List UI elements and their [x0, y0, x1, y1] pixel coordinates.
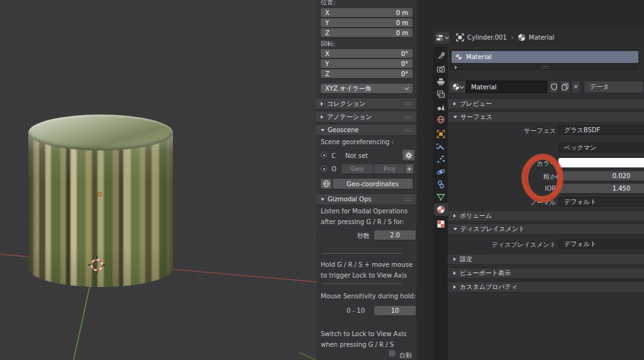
rotation-z-field[interactable]: Z 0° [321, 69, 413, 78]
axis-value: 0° [401, 50, 408, 57]
tool-icon [436, 51, 445, 60]
surface-shader-dropdown[interactable]: グラスBSDF [558, 125, 644, 135]
ior-value: 1.450 [613, 185, 631, 192]
axis-value: 0 m [396, 20, 408, 26]
crs-radio[interactable] [321, 152, 327, 158]
divider [322, 253, 402, 254]
panel-displacement[interactable]: ディスプレイスメント [448, 223, 644, 235]
section-label: Geoscene [328, 127, 358, 133]
panel-preview[interactable]: プレビュー [448, 98, 644, 110]
origin-radio[interactable] [321, 166, 327, 172]
axis-value: 0 m [396, 30, 408, 37]
panel-settings[interactable]: 設定 [448, 254, 644, 265]
location-x-field[interactable]: X 0 m [321, 8, 413, 17]
axis-label: X [325, 50, 330, 57]
section-collection[interactable]: コレクション [316, 98, 416, 110]
grip-icon[interactable] [404, 198, 412, 201]
grip-icon[interactable] [404, 102, 412, 106]
tab-render[interactable] [434, 63, 448, 76]
sensitivity-field[interactable]: 10 [374, 306, 416, 315]
panel-label: ビューポート表示 [460, 269, 511, 278]
proj-button[interactable]: Proj [374, 164, 405, 174]
seconds-label: 秒数 [322, 232, 370, 240]
expand-right-icon [321, 115, 323, 119]
georeferencing-label: Scene georeferencing : [321, 138, 394, 145]
normal-dropdown[interactable]: デフォルト [558, 197, 644, 206]
seconds-field[interactable]: 2.0 [374, 230, 416, 240]
tab-output[interactable] [434, 76, 448, 88]
geo-coordinates-button[interactable]: Geo-coordinates [333, 179, 413, 189]
panel-viewport-display[interactable]: ビューポート表示 [448, 267, 644, 279]
ior-slider[interactable]: 1.450 [558, 184, 644, 193]
tab-constraints[interactable] [434, 178, 448, 191]
globe-icon [323, 180, 330, 188]
fake-user-button[interactable] [548, 81, 559, 93]
rotation-mode-dropdown[interactable]: XYZ オイラー角 [321, 84, 413, 93]
panel-volume[interactable]: ボリューム [448, 210, 644, 222]
location-z-field[interactable]: Z 0 m [321, 28, 413, 37]
material-checker-sphere-icon [436, 205, 445, 214]
cylinder-top-face[interactable] [28, 115, 173, 150]
crs-settings-button[interactable] [402, 150, 414, 160]
printer-icon [436, 77, 445, 86]
data-popover-button[interactable]: データ [584, 81, 644, 93]
grip-icon[interactable] [404, 115, 412, 119]
switch-line-1: Switch to Lock to View Axis [321, 330, 406, 337]
axis-label: Y [325, 20, 329, 26]
distribution-dropdown[interactable]: ベックマン [558, 143, 644, 152]
add-crs-button[interactable]: + [406, 164, 413, 174]
rotation-mode-value: XYZ オイラー角 [325, 84, 372, 93]
grip-icon[interactable] [541, 65, 549, 69]
expand-right-icon[interactable] [455, 65, 457, 69]
tab-material[interactable] [434, 203, 448, 216]
properties-tab-column [433, 47, 448, 360]
rotation-y-field[interactable]: Y 0° [321, 59, 413, 68]
material-slot-selected[interactable]: Material [452, 51, 638, 63]
tab-object-data[interactable] [434, 191, 448, 203]
render-icon [436, 65, 445, 74]
section-annotation[interactable]: アノテーション [316, 111, 416, 123]
breadcrumb-material[interactable]: Material [529, 34, 555, 41]
copy-icon [562, 83, 569, 91]
browse-material-button[interactable] [449, 81, 466, 93]
tab-tool[interactable] [434, 49, 448, 62]
wrench-icon [436, 142, 445, 151]
particles-icon [436, 155, 445, 164]
geo-button[interactable]: Geo [341, 164, 373, 174]
color-swatch[interactable] [558, 158, 644, 167]
tab-world[interactable] [434, 113, 448, 126]
object-origin-dot [98, 193, 101, 196]
panel-label: ボリューム [460, 211, 492, 220]
auto-label: 自動 [399, 351, 412, 360]
tab-scene[interactable] [434, 101, 448, 113]
grip-icon[interactable] [404, 128, 412, 132]
unlink-material-button[interactable]: ✕ [571, 81, 580, 93]
displacement-dropdown[interactable]: デフォルト [558, 239, 644, 249]
tab-modifiers[interactable] [434, 140, 448, 153]
new-material-button[interactable] [560, 81, 570, 93]
tab-object[interactable] [434, 128, 448, 140]
editor-type-button[interactable] [435, 31, 450, 44]
panel-surface[interactable]: サーフェス [448, 111, 644, 123]
breadcrumb-separator: › [511, 34, 514, 41]
panel-custom-properties[interactable]: カスタムプロパティ [448, 281, 644, 293]
tab-texture[interactable] [434, 218, 448, 230]
roughness-slider[interactable]: 0.020 [558, 171, 644, 181]
normal-value: デフォルト [564, 198, 596, 206]
tab-particles[interactable] [434, 153, 448, 166]
breadcrumb-object[interactable]: Cylinder.001 [467, 34, 507, 41]
auto-checkbox[interactable] [389, 350, 396, 357]
globe-button[interactable] [321, 179, 331, 189]
chevron-down-icon [459, 84, 464, 88]
material-name-value: Material [471, 84, 497, 91]
location-y-field[interactable]: Y 0 m [321, 18, 413, 27]
panel-label: プレビュー [460, 99, 492, 108]
section-geoscene[interactable]: Geoscene [316, 124, 416, 136]
section-gizmodal-ops[interactable]: Gizmodal Ops [316, 193, 416, 205]
tab-view-layer[interactable] [434, 88, 448, 101]
sensitivity-label: Mouse Sensitivity during hold: [321, 293, 416, 300]
material-name-field[interactable]: Material [466, 81, 547, 93]
material-sphere-icon [518, 33, 526, 42]
rotation-x-field[interactable]: X 0° [321, 49, 413, 58]
tab-physics[interactable] [434, 166, 448, 178]
